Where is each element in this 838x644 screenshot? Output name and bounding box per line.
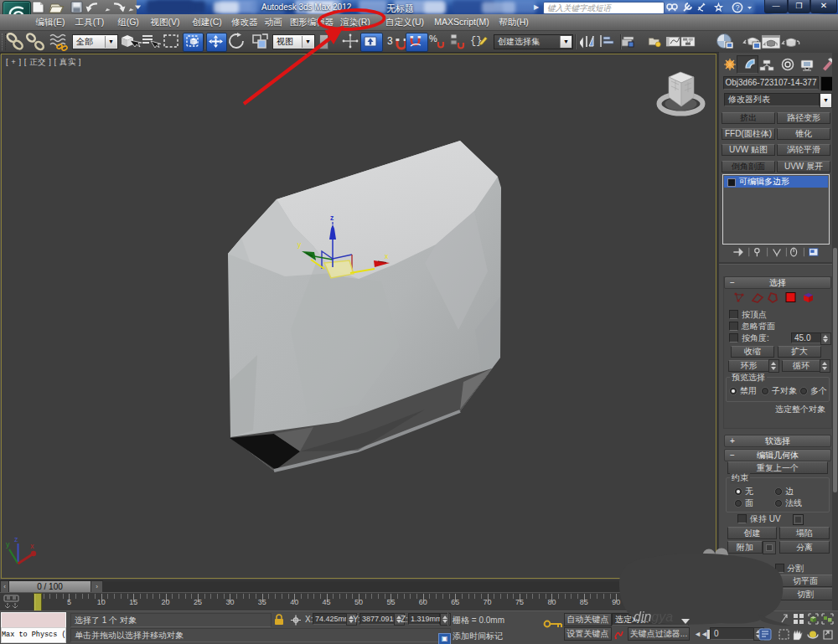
svg-text:dingya: dingya — [634, 610, 673, 624]
svg-text:?: ? — [736, 3, 740, 12]
svg-text:y: y — [6, 540, 10, 549]
svg-text:z: z — [330, 214, 334, 222]
svg-text:x: x — [30, 542, 34, 550]
svg-text:z: z — [14, 535, 18, 544]
